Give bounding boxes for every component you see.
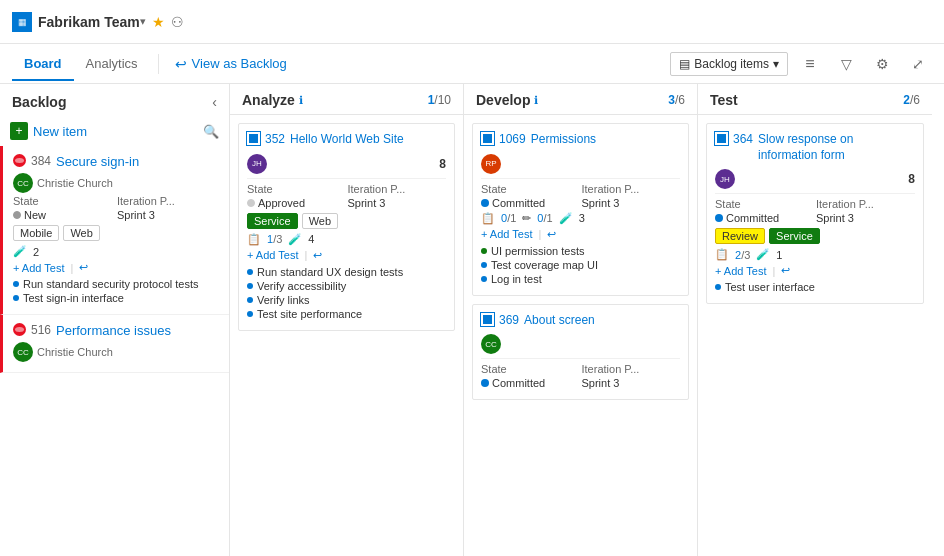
- state-dot: [13, 211, 21, 219]
- task-item: Run standard security protocol tests: [13, 278, 219, 290]
- beaker-icon-364: 🧪: [756, 248, 770, 261]
- tag-service-364[interactable]: Service: [769, 228, 820, 244]
- backlog-link[interactable]: ↩ View as Backlog: [167, 56, 295, 72]
- column-analyze: Analyze ℹ 1/10 352 Hello World Web Site: [230, 84, 464, 556]
- tab-analytics[interactable]: Analytics: [74, 48, 150, 81]
- star-icon[interactable]: ★: [152, 14, 165, 30]
- state-val-369: Committed: [492, 377, 545, 389]
- wi-title-364[interactable]: Slow response on information form: [758, 132, 915, 163]
- card-title-row-516: 516 Performance issues: [13, 323, 219, 338]
- filter-icon[interactable]: ▽: [832, 50, 860, 78]
- backlog-items-chevron: ▾: [773, 57, 779, 71]
- state-dot-352: [247, 199, 255, 207]
- add-test-row[interactable]: + Add Test | ↩: [13, 261, 219, 274]
- tag-web-352[interactable]: Web: [302, 213, 338, 229]
- avatar-364: JH: [715, 169, 735, 189]
- backlog-items-button[interactable]: ▤ Backlog items ▾: [670, 52, 788, 76]
- task-frac-1069: 0/1: [501, 212, 516, 224]
- wi-title-1069[interactable]: Permissions: [531, 132, 596, 148]
- redirect-icon-364[interactable]: ↩: [781, 264, 790, 277]
- add-test-352[interactable]: + Add Test | ↩: [247, 249, 446, 262]
- test-count: 2/6: [903, 93, 920, 107]
- analyze-count: 1/10: [428, 93, 451, 107]
- task-dot: [13, 281, 19, 287]
- task-text: Test coverage map UI: [491, 259, 598, 271]
- col-header-test: Test 2/6: [698, 84, 932, 115]
- wi-card-364: 364 Slow response on information form JH…: [706, 123, 924, 304]
- column-develop: Develop ℹ 3/6 1069 Permissions RP: [464, 84, 698, 556]
- wi-id-352: 352: [265, 132, 285, 146]
- add-test-label-1069: + Add Test: [481, 228, 532, 240]
- avatar: CC: [13, 173, 33, 193]
- develop-info-icon[interactable]: ℹ: [534, 94, 538, 107]
- redirect-icon-352[interactable]: ↩: [313, 249, 322, 262]
- card-avatar-row: CC Christie Church: [13, 173, 219, 193]
- state-val: New: [24, 209, 46, 221]
- iter-val-1069: Sprint 3: [582, 197, 681, 209]
- task-dot: [715, 284, 721, 290]
- task-fraction-icon: 📋: [247, 233, 261, 246]
- beaker-count: 2: [33, 246, 39, 258]
- backlog-link-icon: ↩: [175, 56, 187, 72]
- new-item-button[interactable]: + New item 🔍: [0, 116, 229, 146]
- iter-val: Sprint 3: [117, 209, 219, 221]
- pencil-icon-1069: ✏: [522, 212, 531, 225]
- add-test-364[interactable]: + Add Test | ↩: [715, 264, 915, 277]
- task-dot: [13, 295, 19, 301]
- task-item: Test coverage map UI: [481, 259, 680, 271]
- settings-panel-icon[interactable]: ≡: [796, 50, 824, 78]
- tag-web[interactable]: Web: [63, 225, 99, 241]
- backlog-items-label: Backlog items: [694, 57, 769, 71]
- top-bar: ▦ Fabrikam Team ▾ ★ ⚇: [0, 0, 944, 44]
- redirect-icon[interactable]: ↩: [79, 261, 88, 274]
- analyze-info-icon[interactable]: ℹ: [299, 94, 303, 107]
- avatar-516: CC: [13, 342, 33, 362]
- beaker-icon-1069: 🧪: [559, 212, 573, 225]
- card-title-row: 384 Secure sign-in: [13, 154, 219, 169]
- task-item: Run standard UX design tests: [247, 266, 446, 278]
- story-icon-369: [481, 313, 494, 326]
- task-dot: [481, 276, 487, 282]
- tab-board[interactable]: Board: [12, 48, 74, 81]
- redirect-icon-1069[interactable]: ↩: [547, 228, 556, 241]
- wi-avatar-row-364: JH 8: [715, 169, 915, 189]
- task-item: Test site performance: [247, 308, 446, 320]
- wi-title-369[interactable]: About screen: [524, 313, 595, 329]
- wi-tasks-1069: UI permission tests Test coverage map UI…: [481, 245, 680, 285]
- board: Analyze ℹ 1/10 352 Hello World Web Site: [230, 84, 944, 556]
- wi-card-1069: 1069 Permissions RP State Iteration P...…: [472, 123, 689, 296]
- task-text: Verify links: [257, 294, 310, 306]
- task-text: Test site performance: [257, 308, 362, 320]
- team-chevron-icon[interactable]: ▾: [140, 15, 146, 28]
- card-title[interactable]: Secure sign-in: [56, 154, 139, 169]
- develop-count: 3/6: [668, 93, 685, 107]
- tag-review-364[interactable]: Review: [715, 228, 765, 244]
- task-dot: [247, 269, 253, 275]
- plus-icon: +: [10, 122, 28, 140]
- gear-icon[interactable]: ⚙: [868, 50, 896, 78]
- task-item: Log in test: [481, 273, 680, 285]
- tag-mobile[interactable]: Mobile: [13, 225, 59, 241]
- search-icon[interactable]: 🔍: [203, 124, 219, 139]
- task-text: Log in test: [491, 273, 542, 285]
- task-dot: [247, 283, 253, 289]
- beaker-icon-352: 🧪: [288, 233, 302, 246]
- sidebar-items: 384 Secure sign-in CC Christie Church St…: [0, 146, 229, 556]
- task-item: Test user interface: [715, 281, 915, 293]
- iter-key: Iteration P...: [582, 183, 681, 195]
- task-dot: [481, 248, 487, 254]
- beaker-count-352: 4: [308, 233, 314, 245]
- wi-title-352[interactable]: Hello World Web Site: [290, 132, 404, 148]
- wi-id-1069: 1069: [499, 132, 526, 146]
- sidebar-chevron-icon[interactable]: ‹: [212, 94, 217, 110]
- add-test-1069[interactable]: + Add Test | ↩: [481, 228, 680, 241]
- tag-service-352[interactable]: Service: [247, 213, 298, 229]
- task-dot: [481, 262, 487, 268]
- sidebar-title: Backlog: [12, 94, 66, 110]
- team-members-icon[interactable]: ⚇: [171, 14, 184, 30]
- iter-val-352: Sprint 3: [348, 197, 447, 209]
- card-title-516[interactable]: Performance issues: [56, 323, 171, 338]
- story-icon-352: [247, 132, 260, 145]
- expand-icon[interactable]: ⤢: [904, 50, 932, 78]
- avatar-1069: RP: [481, 154, 501, 174]
